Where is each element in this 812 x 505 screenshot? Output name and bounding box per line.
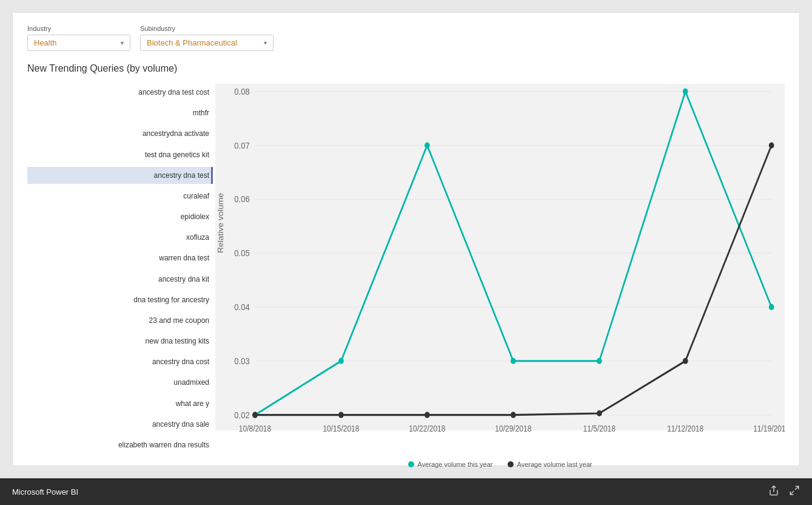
- share-icon[interactable]: [768, 485, 779, 498]
- teal-dot: [511, 358, 516, 364]
- dark-dot: [597, 410, 602, 416]
- query-item[interactable]: dna testing for ancestry: [27, 291, 213, 308]
- industry-value: Health: [34, 38, 57, 47]
- subindustry-value: Biotech & Pharmaceutical: [147, 38, 237, 47]
- section-title: New Trending Queries (by volume): [27, 63, 785, 74]
- query-label: new dna testing kits: [146, 337, 209, 345]
- svg-rect-0: [215, 84, 785, 430]
- footer: Microsoft Power BI: [0, 478, 812, 505]
- svg-text:10/22/2018: 10/22/2018: [409, 424, 445, 434]
- svg-text:0.08: 0.08: [234, 86, 250, 97]
- dark-dot: [769, 142, 774, 148]
- svg-text:0.05: 0.05: [234, 248, 250, 258]
- industry-dropdown[interactable]: Health ▾: [27, 35, 130, 51]
- selected-bar-indicator: [211, 167, 213, 184]
- svg-text:Relative volume: Relative volume: [216, 193, 225, 253]
- query-item[interactable]: unadmixed: [27, 374, 213, 391]
- line-chart: 0.08 0.07 0.06 0.05 0.04 0.03 0.02 Relat…: [215, 84, 785, 453]
- query-item[interactable]: xofluza: [27, 229, 213, 246]
- svg-line-24: [796, 486, 799, 489]
- query-item[interactable]: curaleaf: [27, 188, 213, 205]
- query-item[interactable]: ancestrydna activate: [27, 125, 213, 142]
- footer-brand: Microsoft Power BI: [12, 487, 78, 497]
- query-item[interactable]: test dna genetics kit: [27, 146, 213, 163]
- svg-text:0.03: 0.03: [234, 356, 250, 366]
- subindustry-chevron-icon: ▾: [264, 39, 267, 46]
- teal-dot: [683, 89, 688, 95]
- query-item[interactable]: elizabeth warren dna results: [27, 436, 213, 453]
- svg-text:0.07: 0.07: [234, 140, 250, 151]
- query-label: dna testing for ancestry: [133, 296, 209, 304]
- legend-this-year: Average volume this year: [408, 461, 493, 468]
- query-item[interactable]: ancestry dna test cost: [27, 84, 213, 101]
- subindustry-filter-group: Subindustry Biotech & Pharmaceutical ▾: [140, 25, 273, 51]
- report-card: Industry Health ▾ Subindustry Biotech & …: [12, 12, 800, 466]
- query-label: what are y: [176, 399, 209, 408]
- query-item[interactable]: 23 and me coupon: [27, 312, 213, 329]
- svg-text:10/29/2018: 10/29/2018: [495, 424, 531, 434]
- svg-text:11/12/2018: 11/12/2018: [667, 424, 703, 434]
- query-label: 23 and me coupon: [149, 316, 209, 325]
- query-label: ancestry dna test cost: [138, 88, 209, 97]
- legend-this-year-label: Average volume this year: [418, 461, 493, 468]
- footer-icons: [768, 485, 800, 498]
- svg-text:0.04: 0.04: [234, 302, 250, 312]
- subindustry-dropdown[interactable]: Biotech & Pharmaceutical ▾: [140, 35, 273, 51]
- query-item[interactable]: mthfr: [27, 104, 213, 121]
- legend-last-year-dot: [508, 461, 514, 467]
- teal-dot: [597, 358, 602, 364]
- legend-last-year: Average volume last year: [508, 461, 592, 468]
- query-item[interactable]: epidiolex: [27, 208, 213, 225]
- query-item[interactable]: ancestry dna test: [27, 167, 213, 184]
- svg-text:11/5/2018: 11/5/2018: [583, 424, 616, 434]
- query-item[interactable]: what are y: [27, 395, 213, 412]
- query-label: curaleaf: [183, 192, 209, 200]
- legend-last-year-label: Average volume last year: [517, 461, 592, 468]
- industry-chevron-icon: ▾: [121, 39, 124, 46]
- chart-area: ancestry dna test costmthfrancestrydna a…: [27, 84, 785, 453]
- query-label: xofluza: [186, 233, 209, 242]
- query-list: ancestry dna test costmthfrancestrydna a…: [27, 84, 215, 453]
- teal-dot: [424, 142, 430, 148]
- query-label: ancestrydna activate: [143, 129, 209, 138]
- teal-dot: [769, 304, 774, 310]
- query-label: elizabeth warren dna results: [118, 441, 209, 449]
- dark-dot: [511, 412, 516, 418]
- dark-dot: [338, 412, 344, 418]
- industry-label: Industry: [27, 25, 130, 32]
- svg-text:10/8/2018: 10/8/2018: [239, 424, 271, 434]
- fullscreen-icon[interactable]: [789, 485, 800, 498]
- filter-row: Industry Health ▾ Subindustry Biotech & …: [27, 25, 785, 51]
- query-item[interactable]: ancestry dna cost: [27, 353, 213, 370]
- query-item[interactable]: ancestry dna sale: [27, 416, 213, 433]
- query-label: warren dna test: [159, 254, 209, 262]
- chart-legend: Average volume this year Average volume …: [215, 461, 785, 468]
- query-label: test dna genetics kit: [145, 151, 209, 159]
- svg-line-25: [790, 492, 793, 495]
- teal-dot: [338, 358, 344, 364]
- main-container: Industry Health ▾ Subindustry Biotech & …: [0, 0, 812, 478]
- query-label: ancestry dna test: [154, 171, 209, 180]
- query-label: mthfr: [193, 109, 209, 117]
- dark-dot: [683, 358, 688, 364]
- subindustry-label: Subindustry: [140, 25, 273, 32]
- dark-dot: [424, 412, 430, 418]
- query-label: unadmixed: [173, 378, 209, 387]
- query-item[interactable]: warren dna test: [27, 249, 213, 266]
- svg-text:0.06: 0.06: [234, 194, 250, 204]
- query-item[interactable]: new dna testing kits: [27, 333, 213, 350]
- query-item[interactable]: ancestry dna kit: [27, 271, 213, 288]
- line-chart-container: 0.08 0.07 0.06 0.05 0.04 0.03 0.02 Relat…: [215, 84, 785, 453]
- legend-this-year-dot: [408, 461, 414, 467]
- svg-text:0.02: 0.02: [234, 410, 250, 420]
- industry-filter-group: Industry Health ▾: [27, 25, 130, 51]
- query-label: ancestry dna sale: [152, 420, 209, 429]
- svg-text:10/15/2018: 10/15/2018: [323, 424, 359, 434]
- dark-dot: [252, 412, 258, 418]
- query-label: ancestry dna kit: [158, 275, 209, 283]
- query-label: epidiolex: [181, 212, 209, 221]
- svg-text:11/19/2018: 11/19/2018: [753, 424, 785, 434]
- query-label: ancestry dna cost: [152, 358, 209, 366]
